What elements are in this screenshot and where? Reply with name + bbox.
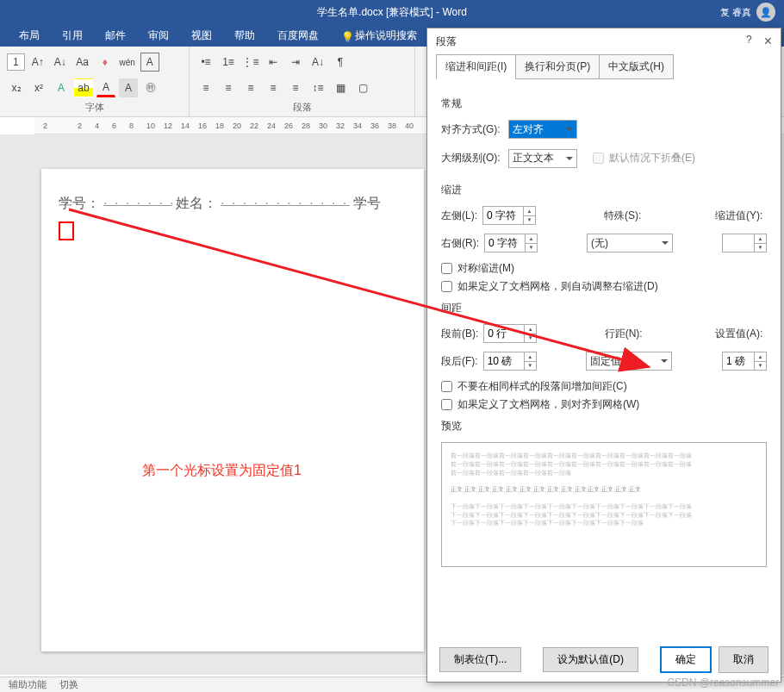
decrease-indent-icon[interactable]: ⇤ (264, 53, 283, 72)
dialog-title-bar[interactable]: 段落 ? × (427, 28, 781, 54)
dialog-buttons: 制表位(T)... 设为默认值(D) 确定 取消 (439, 646, 768, 673)
left-indent-spinbox[interactable]: ▲▼ (482, 206, 536, 225)
default-button[interactable]: 设为默认值(D) (543, 647, 638, 672)
text-effects-icon[interactable]: A (52, 78, 71, 97)
align-right-icon[interactable]: ≡ (241, 78, 260, 97)
shading-icon[interactable]: ▦ (331, 78, 350, 97)
left-indent-label: 左侧(L): (441, 209, 477, 223)
tab-asian-typography[interactable]: 中文版式(H) (599, 54, 674, 79)
collapse-checkbox (593, 153, 604, 164)
grid-indent-checkbox[interactable] (441, 281, 452, 292)
tab-mailings[interactable]: 邮件 (95, 25, 136, 47)
chevron-down-icon: ▼ (524, 216, 535, 225)
label-name: 姓名： (176, 195, 217, 213)
justify-icon[interactable]: ≡ (264, 78, 283, 97)
mirror-indent-label: 对称缩进(M) (457, 261, 514, 276)
dialog-title: 段落 (436, 34, 457, 49)
mirror-indent-checkbox[interactable] (441, 263, 452, 274)
indent-value-label: 缩进值(Y): (715, 209, 767, 223)
clear-format-icon[interactable]: ♦ (96, 53, 115, 72)
tabs-button[interactable]: 制表位(T)... (439, 647, 521, 672)
no-space-label: 不要在相同样式的段落间增加间距(C) (457, 379, 627, 394)
chevron-up-icon: ▲ (524, 207, 535, 216)
title-bar: 学生名单.docx [兼容模式] - Word 复 睿真 👤 (0, 0, 784, 24)
increase-indent-icon[interactable]: ⇥ (286, 53, 305, 72)
collapse-label: 默认情况下折叠(E) (609, 151, 695, 165)
tab-layout[interactable]: 布局 (9, 25, 50, 47)
font-color-icon[interactable]: A (96, 78, 115, 97)
section-preview: 预览 (441, 419, 767, 433)
decrease-font-icon[interactable]: A↓ (51, 53, 70, 72)
tab-line-page-breaks[interactable]: 换行和分页(P) (515, 54, 600, 79)
borders-icon[interactable]: ▢ (353, 78, 372, 97)
accessibility-label[interactable]: 辅助功能 (9, 678, 47, 691)
font-group: 1 A↑ A↓ Aa ♦ wén A x₂ x² A ab A A ㊕ 字体 (0, 47, 190, 116)
tab-references[interactable]: 引用 (52, 25, 93, 47)
paragraph-dialog: 段落 ? × 缩进和间距(I) 换行和分页(P) 中文版式(H) 常规 对齐方式… (426, 28, 781, 683)
highlight-icon[interactable]: ab (74, 78, 93, 97)
subscript-icon[interactable]: x₂ (7, 78, 26, 97)
sort-icon[interactable]: A↓ (308, 53, 327, 72)
alignment-label: 对齐方式(G): (441, 122, 501, 137)
char-shading-icon[interactable]: A (119, 78, 138, 97)
tab-help[interactable]: 帮助 (224, 25, 265, 47)
after-label: 段后(F): (441, 354, 478, 369)
document-line[interactable]: 学号： · · · · · · · 姓名： · · · · · · · · · … (59, 195, 407, 213)
line-spacing-icon[interactable]: ↕≡ (308, 78, 327, 97)
tab-baidu[interactable]: 百度网盘 (267, 25, 329, 47)
paragraph-group-label: 段落 (196, 101, 408, 115)
set-value-label: 设置值(A): (715, 327, 767, 341)
bulb-icon: 💡 (341, 31, 352, 41)
paragraph-group: •≡ 1≡ ⋮≡ ⇤ ⇥ A↓ ¶ ≡ ≡ ≡ ≡ ≡ ↕≡ ▦ ▢ 段落 (190, 47, 415, 116)
grid-align-checkbox[interactable] (441, 399, 452, 410)
tab-indent-spacing[interactable]: 缩进和间距(I) (436, 54, 516, 79)
annotation-text: 第一个光标设置为固定值1 (142, 462, 302, 480)
close-icon[interactable]: × (764, 34, 772, 49)
cancel-button[interactable]: 取消 (719, 646, 768, 673)
document-title: 学生名单.docx [兼容模式] - Word (317, 5, 467, 20)
switch-label[interactable]: 切换 (59, 678, 78, 691)
show-marks-icon[interactable]: ¶ (331, 53, 350, 72)
font-size-input[interactable]: 1 (7, 53, 25, 71)
after-spinbox[interactable]: ▲▼ (483, 352, 537, 371)
increase-font-icon[interactable]: A↑ (28, 53, 47, 72)
ok-button[interactable]: 确定 (660, 646, 712, 673)
bullets-icon[interactable]: •≡ (196, 53, 215, 72)
special-select[interactable]: (无) (587, 234, 673, 252)
underline-1: · · · · · · · (103, 196, 172, 206)
dialog-body: 常规 对齐方式(G): 左对齐 大纲级别(O): 正文文本 默认情况下折叠(E)… (427, 79, 781, 577)
set-value-spinbox[interactable]: ▲▼ (722, 352, 767, 371)
grid-align-label: 如果定义了文档网格，则对齐到网格(W) (457, 397, 639, 412)
paper[interactable]: 学号： · · · · · · · 姓名： · · · · · · · · · … (41, 169, 424, 651)
line-spacing-select[interactable]: 固定值 (586, 352, 672, 371)
superscript-icon[interactable]: x² (29, 78, 48, 97)
before-label: 段前(B): (441, 327, 478, 341)
font-group-label: 字体 (7, 101, 182, 115)
underline-2: · · · · · · · · · · · · (221, 196, 350, 206)
right-indent-spinbox[interactable]: ▲▼ (484, 234, 538, 252)
tab-review[interactable]: 审阅 (138, 25, 179, 47)
change-case-icon[interactable]: Aa (73, 53, 92, 72)
label-student-id: 学号： (59, 195, 100, 213)
align-center-icon[interactable]: ≡ (219, 78, 238, 97)
cursor-marker (59, 221, 74, 240)
preview-box: 前一段落前一段落前一段落前一段落前一段落前一段落前一段落前一段落前一段落前一段落… (441, 442, 767, 567)
no-space-checkbox[interactable] (441, 381, 452, 392)
tell-me[interactable]: 💡 操作说明搜索 (331, 25, 427, 47)
align-left-icon[interactable]: ≡ (196, 78, 215, 97)
outline-select[interactable]: 正文文本 (508, 149, 577, 168)
avatar[interactable]: 👤 (756, 3, 775, 22)
indent-value-spinbox[interactable]: ▲▼ (722, 234, 767, 252)
right-indent-label: 右侧(R): (441, 236, 479, 251)
section-spacing: 间距 (441, 301, 767, 315)
alignment-select[interactable]: 左对齐 (508, 120, 577, 139)
tab-view[interactable]: 视图 (181, 25, 222, 47)
numbering-icon[interactable]: 1≡ (219, 53, 238, 72)
before-spinbox[interactable]: ▲▼ (483, 324, 537, 343)
char-border-icon[interactable]: A (140, 53, 159, 72)
help-icon[interactable]: ? (746, 34, 752, 49)
distribute-icon[interactable]: ≡ (286, 78, 305, 97)
phonetic-icon[interactable]: wén (118, 53, 137, 72)
multilevel-icon[interactable]: ⋮≡ (241, 53, 260, 72)
enclose-char-icon[interactable]: ㊕ (141, 78, 160, 97)
